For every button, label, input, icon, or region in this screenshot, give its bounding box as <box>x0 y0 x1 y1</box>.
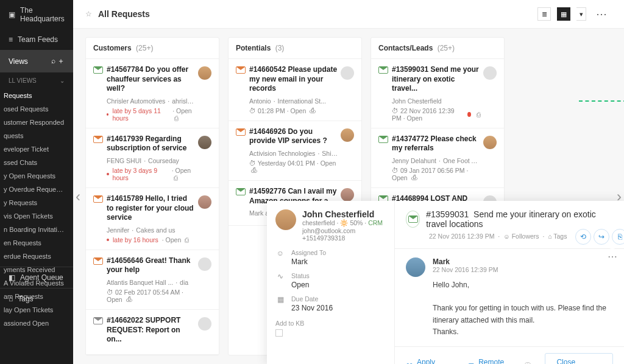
assignee-avatar <box>198 195 211 209</box>
assignee-avatar <box>341 66 354 80</box>
contact-email: john@outlook.com <box>302 227 383 234</box>
card-status: ⏱ 22 Nov 2016 12:39 PM · Open ⎙ <box>392 107 481 122</box>
ticket-card[interactable]: #14615789 Hello, I tried to register for… <box>86 188 219 250</box>
message-time: 22 Nov 2016 12:39 PM <box>433 266 613 273</box>
close-request-button[interactable]: Close Request <box>545 353 613 364</box>
reply-all-button[interactable]: ⟲ <box>575 229 591 245</box>
sidebar-views[interactable]: Views ⌕ ＋ <box>0 50 73 72</box>
board-column: Customers (25+)#14567784 Do you offer ch… <box>85 37 219 355</box>
card-meta: Jennifer·Cakes and us <box>107 226 196 234</box>
card-meta: Atlantis Banquet Hall ...·dia <box>107 279 196 286</box>
ticket-id: #13599031 <box>426 209 469 219</box>
scroll-left-arrow[interactable]: ‹ <box>76 188 80 205</box>
star-icon[interactable]: ☆ <box>85 10 92 18</box>
sidebar-teamfeeds[interactable]: ≡ Team Feeds <box>0 29 73 50</box>
status-label: Status <box>291 272 310 279</box>
list-view-button[interactable]: ≣ <box>537 7 551 21</box>
contact-meta: chesterfield · 🔆 50% · CRM <box>302 219 383 227</box>
card-title: #14646926 Do you provide VIP services ? <box>249 127 338 146</box>
building-icon: ▣ <box>9 10 15 19</box>
assignee-avatar <box>198 317 211 331</box>
search-plus-icons[interactable]: ⌕ ＋ <box>51 56 65 66</box>
channel-icon <box>93 257 103 267</box>
person-icon: ☺ <box>275 249 285 257</box>
sidebar-agent-queue[interactable]: ◧ Agent Queue <box>0 267 73 288</box>
status-icon: ∿ <box>275 272 285 281</box>
sidebar-view-item[interactable]: osed Requests <box>0 102 73 116</box>
ticket-card[interactable]: #14374772 Please check my referralsJenny… <box>371 128 504 188</box>
followers-link[interactable]: Followers <box>512 233 539 240</box>
more-menu-icon[interactable]: ⋯ <box>592 7 612 21</box>
message-greeting: Hello John, <box>433 279 613 291</box>
ticket-card[interactable]: #14567784 Do you offer chauffeur service… <box>86 59 219 128</box>
sidebar-view-item[interactable]: ustomer Responded <box>0 116 73 129</box>
sidebar-tags[interactable]: ⌂ Tags <box>0 288 73 309</box>
card-status: late by 5 days 11 hours · Open ⎙ <box>107 107 196 122</box>
sidebar-hq-label: The Headquarters <box>20 6 65 23</box>
agent-avatar <box>406 257 425 277</box>
sidebar: ▣ The Headquarters ≡ Team Feeds Views ⌕ … <box>0 0 73 364</box>
agent-queue-label: Agent Queue <box>20 273 63 282</box>
assignee-avatar <box>198 66 211 80</box>
ticket-time: 22 Nov 2016 12:39 PM <box>429 233 494 240</box>
sidebar-hq[interactable]: ▣ The Headquarters <box>0 0 73 29</box>
add-kb-checkbox[interactable] <box>275 329 283 337</box>
contact-panel: John Chesterfield chesterfield · 🔆 50% ·… <box>267 201 395 364</box>
ticket-card[interactable]: #14656646 Great! Thank your helpAtlantis… <box>86 250 219 310</box>
message-more-icon[interactable]: ⋯ <box>604 248 620 264</box>
channel-icon <box>378 66 388 76</box>
sidebar-view-item[interactable]: quests <box>0 129 73 142</box>
sidebar-view-item[interactable]: Requests <box>0 89 73 102</box>
card-title: #14374772 Please check my referrals <box>392 135 481 153</box>
sidebar-view-item[interactable]: n Boarding Invitation <box>0 223 73 236</box>
status-value: Open <box>291 281 310 289</box>
ticket-card[interactable]: #14662022 SUPPORT REQUEST: Report on on.… <box>86 310 219 355</box>
ticket-card[interactable]: #14660542 Please update my new email in … <box>229 59 361 121</box>
assignee-avatar <box>341 128 354 142</box>
topbar: ☆ All Requests ≣ ▦ ▾ ⋯ <box>73 0 624 29</box>
sidebar-view-item[interactable]: assioned Open <box>0 317 73 330</box>
assignee-avatar <box>483 136 497 149</box>
apply-macro-button[interactable]: ⌘Apply Macro <box>406 358 454 364</box>
card-meta: FENG SHUI·Courseday <box>107 157 196 164</box>
tags-link[interactable]: Tags <box>553 233 567 240</box>
sidebar-view-item[interactable]: vis Open Tickets <box>0 209 73 223</box>
board-view-button[interactable]: ▦ <box>557 7 570 21</box>
feed-icon: ≡ <box>9 35 13 44</box>
card-title: #14662022 SUPPORT REQUEST: Report on on.… <box>107 316 196 345</box>
allviews-header: LL VIEWS ⌄ <box>0 72 73 89</box>
ticket-card[interactable]: #14617939 Regarding subscription of serv… <box>86 128 219 188</box>
due-value: 23 Nov 2016 <box>291 304 333 312</box>
forward-button[interactable]: ⎘ <box>612 229 624 245</box>
card-status: ⏱ Yesterday 04:01 PM · Open ⎙ <box>249 159 338 174</box>
card-meta: Jenny Delahunt·One Foot Abr... <box>392 157 481 164</box>
assignee-avatar <box>483 66 497 80</box>
message-sign: Thanks. <box>433 326 613 338</box>
channel-icon <box>236 188 246 198</box>
remote-assist-button[interactable]: 🖵Remote Assist ⓘ <box>467 358 531 364</box>
sidebar-view-item[interactable]: y Open Requests <box>0 169 73 183</box>
sidebar-view-item[interactable]: ssed Chats <box>0 156 73 169</box>
reply-button[interactable]: ↪ <box>594 229 609 245</box>
card-meta: Antonio·International St... <box>249 97 338 105</box>
ticket-card[interactable]: #13599031 Send me your itinerary on exot… <box>371 59 504 128</box>
info-icon: ⓘ <box>524 361 531 364</box>
assignee-avatar <box>198 136 211 149</box>
chevron-down-icon[interactable]: ⌄ <box>60 77 65 84</box>
view-dropdown-caret[interactable]: ▾ <box>576 7 586 21</box>
sidebar-view-item[interactable]: y Overdue Requests <box>0 183 73 196</box>
column-header: Customers (25+) <box>86 38 219 59</box>
ticket-channel-icon <box>406 211 420 228</box>
assigned-value: Mark <box>291 257 326 266</box>
channel-icon <box>93 195 103 205</box>
message-from: Mark <box>433 257 613 266</box>
sidebar-view-item[interactable]: en Requests <box>0 236 73 250</box>
card-title: #14656646 Great! Thank your help <box>107 256 196 275</box>
sidebar-view-item[interactable]: erdue Requests <box>0 250 73 263</box>
card-title: #14660542 Please update my new email in … <box>249 65 338 94</box>
sidebar-view-item[interactable]: eveloper Ticket <box>0 142 73 156</box>
sidebar-view-item[interactable]: y Requests <box>0 196 73 209</box>
ticket-card[interactable]: #14646926 Do you provide VIP services ?A… <box>229 121 361 181</box>
channel-icon <box>93 317 103 327</box>
channel-icon <box>236 128 246 138</box>
